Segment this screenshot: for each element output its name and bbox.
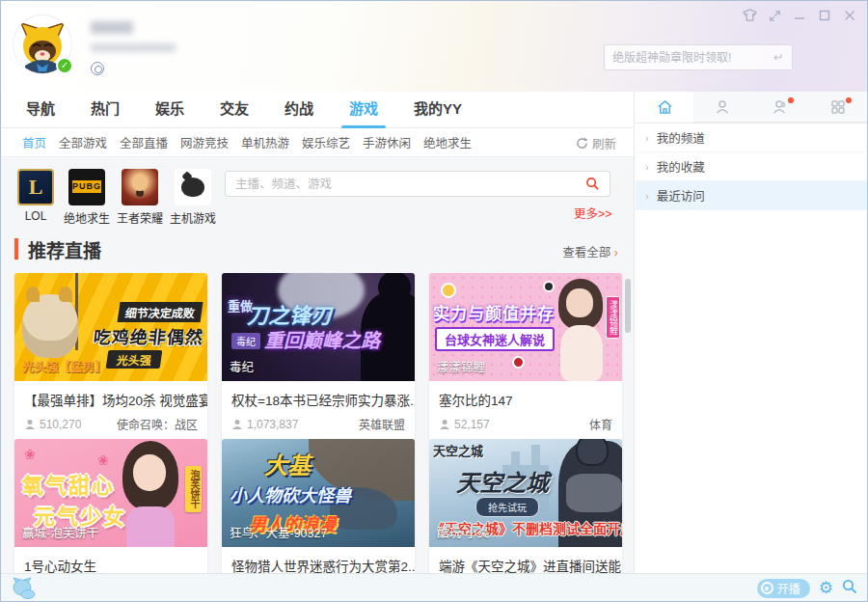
live-card[interactable]: 实力与颜值并存 台球女神迷人解说 漾漾锦鲤 漾漾锦鲤 塞尔比的147 52,15… xyxy=(429,273,622,442)
sidebar-tabs xyxy=(636,92,867,123)
card-thumbnail: 重做 刀之锋刃 毒纪 重回巅峰之路 毒纪 xyxy=(222,273,415,381)
stream-title: 权杖=18本书已经宗师实力暴涨... xyxy=(222,381,415,414)
enter-icon: ↵ xyxy=(773,50,784,65)
sidebar-tab-contacts[interactable] xyxy=(693,92,751,123)
content-search-input[interactable] xyxy=(235,178,585,191)
billiard-ball xyxy=(441,283,456,298)
shortcut-label: 绝地求生 xyxy=(62,209,112,226)
more-link[interactable]: 更多>> xyxy=(574,204,612,222)
footer-search-button[interactable] xyxy=(842,579,857,597)
viewer-count-value: 510,270 xyxy=(40,418,81,431)
close-button[interactable] xyxy=(840,7,859,24)
tab-navigation[interactable]: 导航 xyxy=(26,92,55,128)
sidebar-tab-apps[interactable] xyxy=(809,92,867,123)
minimize-icon xyxy=(794,10,805,21)
heart-decor: ❀ xyxy=(97,452,109,468)
subnav-online-games[interactable]: 网游竞技 xyxy=(180,133,229,151)
promo-search-box[interactable]: ↵ xyxy=(604,44,793,70)
live-card[interactable]: ❀ ❀ 氧气甜心 元气少女 泡芙饼干 赢城-泡芙饼干 1号心动女生 xyxy=(14,439,207,580)
status-target-icon[interactable] xyxy=(91,62,104,75)
chevron-right-icon: › xyxy=(645,161,649,173)
notification-dot xyxy=(846,97,852,103)
tab-friends[interactable]: 交友 xyxy=(220,92,249,128)
skin-button[interactable] xyxy=(740,7,759,24)
refresh-label: 刷新 xyxy=(592,134,616,152)
yy-mascot-icon[interactable] xyxy=(13,577,38,599)
viewer-icon xyxy=(439,419,450,430)
card-thumbnail: 实力与颜值并存 台球女神迷人解说 漾漾锦鲤 漾漾锦鲤 xyxy=(429,273,622,381)
live-card[interactable]: 天空之城 天空之城 抢先试玩 《天空之城》不删档测试全面开启! 酷玩-小炎 端游… xyxy=(429,439,622,580)
go-live-button[interactable]: 开播 xyxy=(757,579,810,598)
subnav-home[interactable]: 首页 xyxy=(22,133,46,151)
game-category[interactable]: 英雄联盟 xyxy=(359,416,405,432)
subnav-pc-games[interactable]: 单机热游 xyxy=(241,133,289,151)
shortcut-honor-of-kings[interactable]: 王者荣耀 xyxy=(115,169,165,226)
thumb-text: 台球女神迷人解说 xyxy=(435,327,555,351)
sidebar-item-label: 最近访问 xyxy=(657,186,705,205)
view-all-link[interactable]: 查看全部 › xyxy=(562,242,618,260)
sidebar-item-my-favorites[interactable]: › 我的收藏 xyxy=(636,152,867,181)
tools-row: L LOL PUBG 绝地求生 王者荣耀 主机游戏 更多>> xyxy=(1,157,634,221)
shortcut-lol[interactable]: L LOL xyxy=(11,169,61,223)
thumb-ribbon: 泡芙饼干 xyxy=(185,466,202,512)
card-stats: 510,270 使命召唤：战区 xyxy=(14,414,207,442)
streamer-name: 酷玩-小炎 xyxy=(437,523,489,541)
subnav-pubg[interactable]: 绝地求生 xyxy=(423,133,472,151)
chevron-right-icon: › xyxy=(614,246,618,260)
sidebar-item-recent-visits[interactable]: › 最近访问 xyxy=(636,181,867,210)
tab-my-yy[interactable]: 我的YY xyxy=(414,92,462,128)
thumb-text: 氧气甜心 xyxy=(22,468,115,499)
main-scrollbar-thumb[interactable] xyxy=(625,279,631,333)
main-content: 导航 热门 娱乐 交友 约战 游戏 我的YY 首页 全部游戏 全部直播 网游竞技… xyxy=(1,92,635,573)
settings-button[interactable]: ⚙ xyxy=(819,580,833,596)
minimize-button[interactable] xyxy=(790,7,809,24)
thumb-text: 天空之城 xyxy=(456,464,549,498)
thumb-text: 细节决定成败 xyxy=(118,302,203,322)
section-title: 推荐直播 xyxy=(28,236,101,262)
pubg-wordmark: PUBG xyxy=(72,180,101,193)
tab-match[interactable]: 约战 xyxy=(285,92,313,128)
tab-hot[interactable]: 热门 xyxy=(91,92,120,128)
tab-entertainment[interactable]: 娱乐 xyxy=(155,92,184,128)
lol-icon: L xyxy=(17,169,54,205)
streamer-name: 赢城-泡芙饼干 xyxy=(22,523,98,541)
maximize-button[interactable] xyxy=(815,7,834,24)
live-card[interactable]: 大基 小人物砍大怪兽 男人的浪漫 狂鸟、大基-90327 怪物猎人世界迷惑行为大… xyxy=(222,439,415,580)
tab-games[interactable]: 游戏 xyxy=(349,92,378,128)
sidebar-tab-home[interactable] xyxy=(636,92,693,123)
stream-title: 塞尔比的147 xyxy=(429,381,622,414)
live-card[interactable]: 细节决定成败 吃鸡绝非偶然 光头强 光头强【猛男】 【最强单排】场均20杀 视觉… xyxy=(14,273,207,442)
mini-mode-button[interactable] xyxy=(765,7,784,24)
thumb-tag: 毒纪 xyxy=(231,333,260,349)
heart-decor: ❀ xyxy=(24,447,36,462)
primary-nav: 导航 热门 娱乐 交友 约战 游戏 我的YY xyxy=(1,92,634,128)
shortcut-pubg[interactable]: PUBG 绝地求生 xyxy=(62,169,112,226)
user-avatar[interactable]: ✓ xyxy=(14,15,71,73)
refresh-button[interactable]: 刷新 xyxy=(576,128,616,157)
sidebar-item-my-channels[interactable]: › 我的频道 xyxy=(636,123,867,152)
subnav-all-games[interactable]: 全部游戏 xyxy=(59,133,107,151)
promo-search-input[interactable] xyxy=(612,51,773,65)
subnav-variety[interactable]: 娱乐综艺 xyxy=(302,133,350,151)
viewer-icon xyxy=(24,419,36,430)
subnav-mobile-games[interactable]: 手游休闲 xyxy=(363,133,411,151)
viewer-count: 1,073,837 xyxy=(231,418,298,431)
thumb-text: 实力与颜值并存 xyxy=(433,300,555,324)
check-icon: ✓ xyxy=(61,60,68,70)
chevron-right-icon: › xyxy=(645,132,649,144)
game-category[interactable]: 体育 xyxy=(589,416,612,432)
mini-mode-icon xyxy=(769,10,781,22)
content-search-box[interactable] xyxy=(225,171,610,197)
contact-icon xyxy=(715,99,730,115)
window-controls xyxy=(740,7,859,24)
search-icon[interactable] xyxy=(585,177,600,191)
live-card[interactable]: 重做 刀之锋刃 毒纪 重回巅峰之路 毒纪 权杖=18本书已经宗师实力暴涨... … xyxy=(222,273,415,442)
cartoon-dog-figure xyxy=(22,294,78,358)
subnav-all-live[interactable]: 全部直播 xyxy=(120,133,168,151)
card-thumbnail: ❀ ❀ 氧气甜心 元气少女 泡芙饼干 赢城-泡芙饼干 xyxy=(14,439,207,547)
sidebar-tab-groups[interactable] xyxy=(751,92,809,123)
status-bar: 开播 ⚙ xyxy=(1,573,867,601)
shortcut-console-games[interactable]: 主机游戏 xyxy=(168,169,218,226)
gear-icon: ⚙ xyxy=(819,579,833,597)
game-category[interactable]: 使命召唤：战区 xyxy=(117,416,198,432)
